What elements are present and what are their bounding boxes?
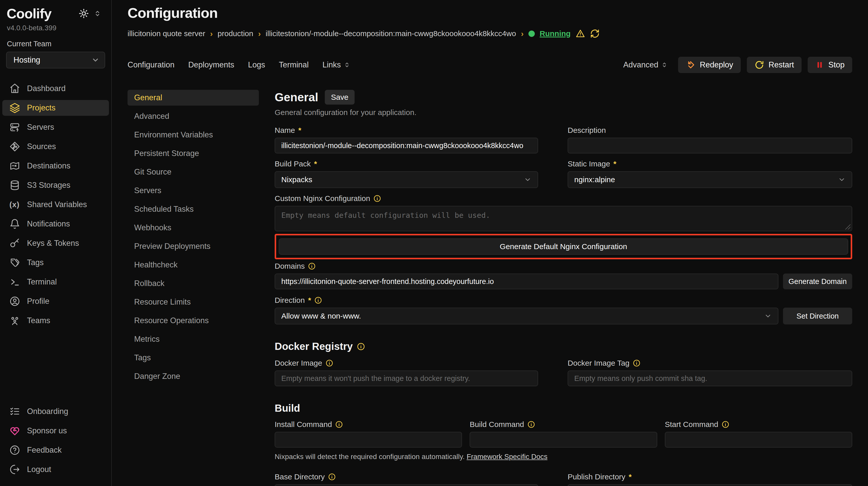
subnav-item-healthcheck[interactable]: Healthcheck (127, 257, 259, 273)
app-logo-title: Coolify (7, 6, 52, 21)
name-input[interactable] (275, 138, 538, 154)
info-icon[interactable] (326, 359, 333, 367)
info-icon[interactable] (373, 195, 381, 202)
server-icon (9, 122, 20, 133)
sidebar-item-terminal[interactable]: Terminal (2, 274, 109, 290)
direction-select[interactable]: Allow www & non-www. (275, 307, 778, 324)
sidebar-item-logout[interactable]: Logout (2, 461, 109, 477)
sun-theme-icon[interactable] (79, 8, 89, 19)
general-form: General Save General configuration for y… (275, 90, 852, 486)
stop-pause-icon (815, 61, 824, 69)
breadcrumb-project[interactable]: illicitonion quote server (127, 29, 205, 38)
description-label: Description (568, 126, 852, 135)
refresh-icon[interactable] (590, 29, 600, 38)
sidebar-item-tags[interactable]: Tags (2, 255, 109, 270)
main-content: Configuration illicitonion quote server … (112, 0, 868, 486)
sidebar-item-projects[interactable]: Projects (2, 100, 109, 116)
sidebar-item-feedback[interactable]: Feedback (2, 442, 109, 458)
docker-image-label: Docker Image (275, 359, 538, 367)
checklist-icon (9, 406, 20, 417)
chevron-down-icon (91, 56, 99, 64)
info-icon[interactable] (335, 421, 343, 428)
tab-links[interactable]: Links (322, 60, 350, 69)
subnav-item-resource-limits[interactable]: Resource Limits (127, 294, 259, 310)
build-command-input[interactable] (470, 432, 657, 448)
subnav-item-danger-zone[interactable]: Danger Zone (127, 368, 259, 384)
direction-label: Direction* (275, 296, 852, 304)
base-directory-label: Base Directory (275, 473, 538, 481)
tab-logs[interactable]: Logs (248, 60, 265, 69)
base-directory-input[interactable] (275, 484, 538, 486)
redeploy-button[interactable]: Redeploy (678, 57, 741, 73)
breadcrumb-application[interactable]: illicitestonion/-module--decomposition:m… (266, 29, 516, 38)
framework-docs-link[interactable]: Framework Specific Docs (467, 453, 547, 460)
section-subtitle: General configuration for your applicati… (275, 108, 852, 117)
generate-default-nginx-button[interactable]: Generate Default Nginx Configuration (279, 238, 848, 255)
subnav-item-environment-variables[interactable]: Environment Variables (127, 127, 259, 143)
tab-deployments[interactable]: Deployments (188, 60, 234, 69)
info-icon[interactable] (314, 296, 322, 304)
team-select[interactable]: Hosting (6, 52, 105, 68)
description-input[interactable] (568, 138, 852, 154)
generate-domain-button[interactable]: Generate Domain (783, 273, 852, 289)
domains-input[interactable] (275, 273, 778, 289)
sidebar-item-dashboard[interactable]: Dashboard (2, 80, 109, 96)
subnav-item-rollback[interactable]: Rollback (127, 276, 259, 291)
custom-nginx-textarea[interactable] (275, 206, 852, 231)
publish-directory-input[interactable] (568, 484, 852, 486)
tab-terminal[interactable]: Terminal (279, 60, 309, 69)
sidebar-item-shared-variables[interactable]: (x) Shared Variables (2, 197, 109, 213)
sidebar-item-notifications[interactable]: Notifications (2, 216, 109, 232)
subnav-item-tags[interactable]: Tags (127, 350, 259, 366)
tag-icon (9, 257, 20, 268)
sidebar-item-profile[interactable]: Profile (2, 293, 109, 309)
set-direction-button[interactable]: Set Direction (783, 307, 852, 324)
subnav-item-scheduled-tasks[interactable]: Scheduled Tasks (127, 201, 259, 217)
static-image-select[interactable]: nginx:alpine (568, 171, 852, 188)
subnav-item-advanced[interactable]: Advanced (127, 108, 259, 124)
theme-select-chevrons-icon[interactable] (93, 9, 101, 18)
build-command-label: Build Command (470, 420, 657, 429)
sidebar-item-sources[interactable]: Sources (2, 139, 109, 155)
sidebar-item-onboarding[interactable]: Onboarding (2, 403, 109, 419)
sidebar-item-keys-tokens[interactable]: Keys & Tokens (2, 235, 109, 251)
advanced-dropdown[interactable]: Advanced (623, 60, 668, 69)
info-icon[interactable] (328, 473, 336, 481)
sidebar-item-teams[interactable]: Teams (2, 313, 109, 328)
subnav-item-persistent-storage[interactable]: Persistent Storage (127, 145, 259, 161)
sidebar-item-s3-storages[interactable]: S3 Storages (2, 177, 109, 193)
breadcrumb-separator: › (521, 29, 524, 38)
sidebar-item-sponsor-us[interactable]: Sponsor us (2, 423, 109, 439)
sidebar-item-destinations[interactable]: Destinations (2, 158, 109, 174)
build-heading: Build (275, 402, 852, 414)
subnav-item-metrics[interactable]: Metrics (127, 331, 259, 347)
stop-button[interactable]: Stop (808, 57, 852, 73)
start-command-input[interactable] (665, 432, 852, 448)
subnav-item-general[interactable]: General (127, 90, 259, 106)
nixpacks-note: Nixpacks will detect the required config… (275, 453, 852, 461)
info-icon[interactable] (633, 359, 641, 367)
subnav-item-preview-deployments[interactable]: Preview Deployments (127, 238, 259, 254)
info-icon[interactable] (527, 421, 535, 428)
docker-image-tag-input[interactable] (568, 370, 852, 386)
breadcrumb-environment[interactable]: production (218, 29, 253, 38)
click-highlight-box: Generate Default Nginx Configuration (275, 234, 852, 259)
subnav-item-webhooks[interactable]: Webhooks (127, 220, 259, 236)
tab-configuration[interactable]: Configuration (127, 60, 174, 69)
build-pack-select[interactable]: Nixpacks (275, 171, 538, 188)
variables-icon: (x) (9, 200, 20, 209)
info-icon[interactable] (308, 262, 316, 270)
status-badge[interactable]: Running (540, 29, 571, 38)
save-button[interactable]: Save (325, 90, 354, 105)
restart-button[interactable]: Restart (747, 57, 802, 73)
build-pack-label: Build Pack* (275, 160, 538, 168)
team-select-value: Hosting (13, 56, 40, 65)
subnav-item-git-source[interactable]: Git Source (127, 164, 259, 180)
info-icon[interactable] (722, 421, 729, 428)
install-command-input[interactable] (275, 432, 462, 448)
docker-image-input[interactable] (275, 370, 538, 386)
sidebar-item-servers[interactable]: Servers (2, 119, 109, 135)
subnav-item-resource-operations[interactable]: Resource Operations (127, 313, 259, 328)
info-icon[interactable] (357, 343, 365, 351)
subnav-item-servers[interactable]: Servers (127, 183, 259, 198)
